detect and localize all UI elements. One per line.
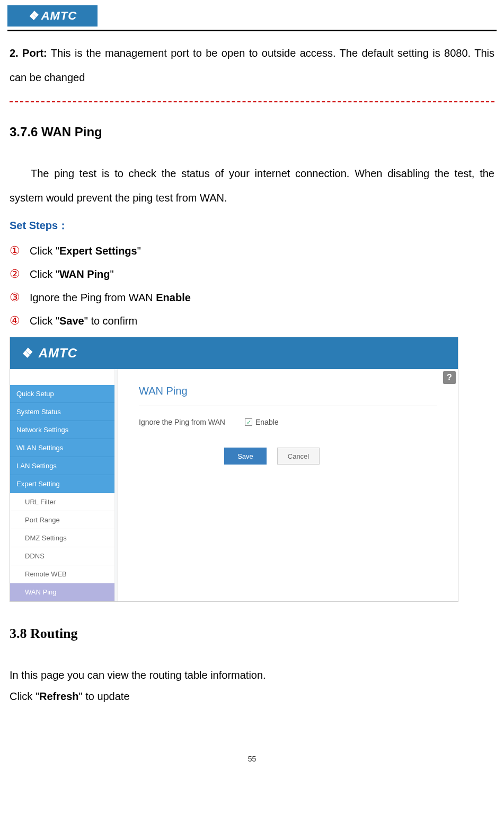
set-steps-label: Set Steps： bbox=[10, 213, 494, 238]
sidebar-item-remote-web[interactable]: Remote WEB bbox=[10, 565, 114, 583]
step-number: ③ bbox=[10, 286, 30, 309]
ss-sidebar: Quick Setup System Status Network Settin… bbox=[10, 369, 115, 601]
step-number: ④ bbox=[10, 310, 30, 332]
save-button[interactable]: Save bbox=[224, 448, 267, 465]
cancel-button[interactable]: Cancel bbox=[277, 448, 320, 465]
step-item: ① Click "Expert Settings" bbox=[10, 240, 494, 262]
doc-header-logo: ❖ AMTC bbox=[7, 5, 98, 27]
checkmark-icon: ✓ bbox=[246, 419, 251, 426]
step-item: ③ Ignore the Ping from WAN Enable bbox=[10, 286, 494, 309]
step-item: ② Click "WAN Ping" bbox=[10, 263, 494, 285]
step-text: Ignore the Ping from WAN Enable bbox=[30, 287, 191, 308]
embedded-screenshot: ❖ AMTC Quick Setup System Status Network… bbox=[10, 337, 458, 602]
logo-marker-icon: ❖ bbox=[27, 8, 40, 23]
page-number: 55 bbox=[0, 755, 504, 763]
ss-topbar: ❖ AMTC bbox=[10, 337, 458, 369]
sidebar-item-dmz-settings[interactable]: DMZ Settings bbox=[10, 529, 114, 547]
sidebar-item-expert-setting[interactable]: Expert Setting bbox=[10, 475, 114, 493]
logo-marker-icon: ❖ bbox=[20, 345, 34, 362]
ss-nav: Quick Setup System Status Network Settin… bbox=[10, 385, 114, 601]
button-row: Save Cancel bbox=[107, 448, 437, 465]
wan-ping-intro: The ping test is to check the status of … bbox=[10, 161, 494, 210]
enable-checkbox[interactable]: ✓ bbox=[245, 418, 252, 426]
port-paragraph: 2. Port: This is the management port to … bbox=[10, 41, 494, 90]
sidebar-item-network-settings[interactable]: Network Settings bbox=[10, 421, 114, 439]
panel-title: WAN Ping bbox=[139, 385, 437, 406]
sidebar-item-wlan-settings[interactable]: WLAN Settings bbox=[10, 439, 114, 457]
sidebar-item-ddns[interactable]: DDNS bbox=[10, 547, 114, 565]
step-item: ④ Click "Save" to confirm bbox=[10, 310, 494, 332]
step-text: Click "WAN Ping" bbox=[30, 264, 114, 284]
help-icon[interactable]: ? bbox=[443, 371, 456, 384]
doc-header-logo-text: AMTC bbox=[41, 9, 77, 23]
port-label: 2. Port: bbox=[10, 47, 47, 59]
ss-main-panel: ? WAN Ping Ignore the Ping from WAN ✓ En… bbox=[117, 369, 458, 601]
ignore-ping-label: Ignore the Ping from WAN bbox=[139, 418, 245, 426]
header-rule bbox=[7, 30, 497, 31]
sidebar-item-wan-ping[interactable]: WAN Ping bbox=[10, 583, 114, 601]
ss-logo: ❖ AMTC bbox=[21, 346, 77, 361]
routing-line2: Click "Refresh" to update bbox=[10, 686, 494, 707]
steps-list: ① Click "Expert Settings" ② Click "WAN P… bbox=[10, 240, 494, 331]
sidebar-item-port-range[interactable]: Port Range bbox=[10, 511, 114, 529]
sidebar-item-url-filter[interactable]: URL Filter bbox=[10, 493, 114, 511]
dashed-divider bbox=[10, 101, 494, 102]
routing-heading: 3.8 Routing bbox=[10, 618, 494, 650]
wan-ping-heading: 3.7.6 WAN Ping bbox=[10, 117, 494, 146]
routing-line1: In this page you can view the routing ta… bbox=[10, 664, 494, 686]
step-number: ② bbox=[10, 263, 30, 285]
port-text: This is the management port to be open t… bbox=[10, 47, 494, 83]
step-text: Click "Save" to confirm bbox=[30, 311, 137, 331]
step-text: Click "Expert Settings" bbox=[30, 241, 141, 261]
sidebar-item-system-status[interactable]: System Status bbox=[10, 403, 114, 421]
step-number: ① bbox=[10, 240, 30, 262]
ss-body: Quick Setup System Status Network Settin… bbox=[10, 369, 458, 601]
sidebar-item-quick-setup[interactable]: Quick Setup bbox=[10, 385, 114, 403]
enable-label: Enable bbox=[255, 418, 279, 426]
sidebar-item-lan-settings[interactable]: LAN Settings bbox=[10, 457, 114, 475]
ignore-ping-row: Ignore the Ping from WAN ✓ Enable bbox=[139, 418, 437, 426]
